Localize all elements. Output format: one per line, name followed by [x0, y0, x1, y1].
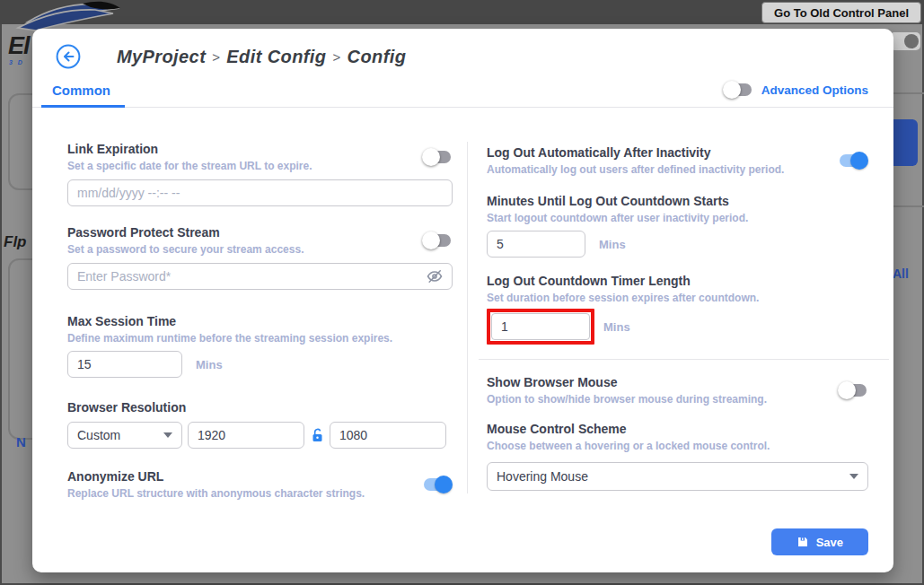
red-annotation-highlight: [487, 309, 594, 345]
column-divider: [467, 142, 468, 493]
background-section-title-fragment: Flp: [4, 233, 27, 251]
aspect-lock-icon[interactable]: [310, 428, 324, 443]
modal-header: MyProject>Edit Config>Config: [32, 29, 893, 76]
tab-common[interactable]: Common: [41, 79, 125, 108]
tab-bar: Common Advanced Options: [32, 76, 893, 108]
password-protect-group: Password Protect Stream Set a password t…: [67, 224, 453, 290]
link-expiration-desc: Set a specific date for the stream URL t…: [67, 159, 312, 173]
advanced-options-control: Advanced Options: [723, 81, 868, 107]
countdown-start-unit: Mins: [599, 238, 626, 251]
background-logo-subtext-fragment: 3 D: [9, 59, 24, 65]
anonymize-url-label: Anonymize URL: [67, 468, 365, 485]
auto-logout-desc: Automatically log out users after define…: [487, 162, 784, 177]
save-button[interactable]: Save: [771, 528, 868, 555]
password-input[interactable]: [67, 263, 453, 290]
back-button[interactable]: [56, 44, 81, 69]
mouse-scheme-value: Hovering Mouse: [497, 469, 588, 484]
advanced-options-toggle[interactable]: [723, 81, 753, 99]
countdown-start-input[interactable]: [487, 231, 585, 258]
browser-resolution-group: Browser Resolution Custom: [67, 399, 453, 449]
edit-config-modal: MyProject>Edit Config>Config Common Adva…: [32, 29, 893, 572]
countdown-start-label: Minutes Until Log Out Countdown Starts: [487, 193, 868, 209]
go-to-old-control-panel-button[interactable]: Go To Old Control Panel: [761, 2, 921, 23]
chevron-down-icon: [163, 432, 172, 438]
max-session-time-group: Max Session Time Define maximum runtime …: [67, 313, 453, 378]
countdown-length-group: Log Out Countdown Timer Length Set durat…: [487, 273, 868, 345]
mouse-scheme-group: Mouse Control Scheme Choose between a ho…: [487, 421, 868, 491]
section-divider: [479, 359, 889, 360]
max-session-time-label: Max Session Time: [67, 313, 453, 329]
background-toggle-fragment: [890, 32, 920, 50]
background-view-all-fragment: All: [893, 266, 909, 281]
anonymize-url-toggle[interactable]: [422, 476, 453, 493]
breadcrumb-edit-config: Edit Config: [226, 47, 326, 66]
breadcrumb: MyProject>Edit Config>Config: [117, 47, 406, 67]
password-protect-desc: Set a password to secure your stream acc…: [67, 242, 304, 257]
link-expiration-date-input[interactable]: [67, 179, 453, 206]
auto-logout-group: Log Out Automatically After Inactivity A…: [487, 144, 868, 177]
arrow-left-icon: [56, 44, 81, 69]
mouse-scheme-label: Mouse Control Scheme: [487, 421, 868, 437]
countdown-length-label: Log Out Countdown Timer Length: [487, 273, 868, 289]
show-mouse-toggle[interactable]: [838, 381, 868, 399]
save-icon: [796, 536, 809, 548]
countdown-length-input[interactable]: [491, 313, 590, 340]
save-button-label: Save: [816, 536, 843, 549]
link-expiration-toggle[interactable]: [422, 148, 453, 166]
chevron-down-icon: [849, 474, 858, 479]
auto-logout-label: Log Out Automatically After Inactivity: [487, 144, 784, 161]
countdown-start-desc: Start logout countdown after user inacti…: [487, 211, 868, 225]
right-column: Log Out Automatically After Inactivity A…: [467, 108, 893, 555]
max-session-time-input[interactable]: [67, 351, 182, 378]
max-session-time-unit: Mins: [196, 358, 223, 371]
password-protect-label: Password Protect Stream: [67, 224, 304, 240]
browser-resolution-label: Browser Resolution: [67, 399, 453, 415]
mouse-scheme-select[interactable]: Hovering Mouse: [487, 462, 868, 491]
breadcrumb-config: Config: [348, 47, 407, 66]
resolution-preset-value: Custom: [77, 428, 120, 442]
eye-off-icon[interactable]: [426, 267, 444, 289]
show-mouse-group: Show Browser Mouse Option to show/hide b…: [487, 374, 868, 406]
screen: Go To Old Control Panel El 3 D Flp N All…: [0, 0, 924, 585]
background-logo-text-fragment: El: [8, 32, 30, 60]
anonymize-url-desc: Replace URL structure with anonymous cha…: [67, 486, 365, 501]
countdown-start-group: Minutes Until Log Out Countdown Starts S…: [487, 193, 868, 258]
left-column: Link Expiration Set a specific date for …: [32, 108, 467, 555]
anonymize-url-group: Anonymize URL Replace URL structure with…: [67, 468, 453, 501]
countdown-length-desc: Set duration before session expires afte…: [487, 291, 868, 305]
resolution-width-input[interactable]: [188, 422, 304, 449]
background-link-fragment: N: [16, 434, 26, 450]
resolution-height-input[interactable]: [330, 422, 446, 449]
show-mouse-desc: Option to show/hide browser mouse during…: [487, 392, 767, 406]
max-session-time-desc: Define maximum runtime before the stream…: [67, 331, 453, 345]
show-mouse-label: Show Browser Mouse: [487, 374, 767, 390]
auto-logout-toggle[interactable]: [838, 152, 868, 170]
countdown-length-unit: Mins: [603, 320, 630, 334]
password-protect-toggle[interactable]: [422, 231, 453, 249]
link-expiration-group: Link Expiration Set a specific date for …: [67, 141, 453, 206]
mouse-scheme-desc: Choose between a hovering or a locked mo…: [487, 439, 868, 453]
advanced-options-label: Advanced Options: [761, 83, 868, 97]
modal-body: Link Expiration Set a specific date for …: [32, 108, 893, 555]
link-expiration-label: Link Expiration: [67, 141, 312, 157]
resolution-preset-select[interactable]: Custom: [67, 422, 182, 449]
breadcrumb-project: MyProject: [117, 47, 206, 66]
